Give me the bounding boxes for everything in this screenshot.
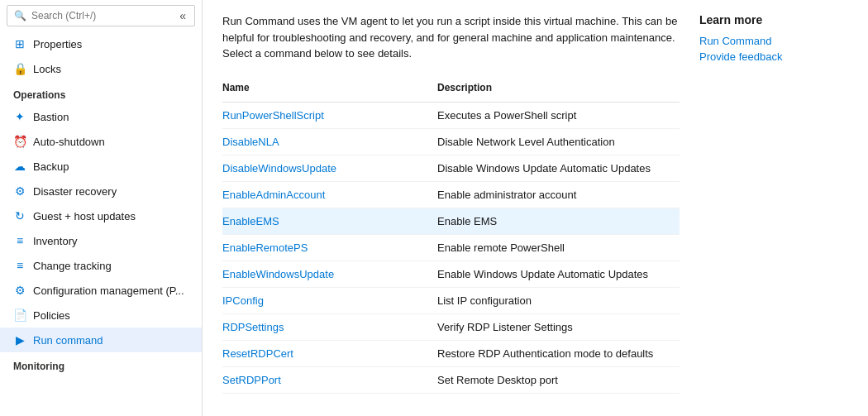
table-row[interactable]: EnableAdminAccount Enable administrator …: [222, 182, 680, 208]
sidebar-item-label: Configuration management (P...: [33, 285, 184, 297]
col-name-header: Name: [222, 79, 437, 97]
sidebar-item-locks[interactable]: 🔒 Locks: [0, 56, 202, 81]
sidebar-item-bastion[interactable]: ✦ Bastion: [0, 104, 202, 129]
disaster-recovery-icon: ⚙: [13, 184, 26, 198]
table-row[interactable]: DisableWindowsUpdate Disable Windows Upd…: [222, 155, 680, 182]
sidebar-item-policies[interactable]: 📄 Policies: [0, 303, 202, 328]
search-box[interactable]: 🔍 «: [7, 5, 195, 26]
sidebar-item-label: Inventory: [33, 235, 77, 247]
table-row[interactable]: ResetRDPCert Restore RDP Authentication …: [222, 341, 680, 367]
command-name: EnableEMS: [222, 208, 437, 234]
sidebar-item-label: Auto-shutdown: [33, 136, 105, 148]
section-header-monitoring: Monitoring: [0, 352, 202, 375]
bastion-icon: ✦: [13, 110, 26, 123]
table-row[interactable]: EnableWindowsUpdate Enable Windows Updat…: [222, 261, 680, 288]
policies-icon: 📄: [13, 308, 26, 322]
command-description: Enable remote PowerShell: [437, 235, 680, 261]
sidebar-item-inventory[interactable]: ≡ Inventory: [0, 228, 202, 253]
sidebar-item-label: Backup: [33, 160, 69, 173]
auto-shutdown-icon: ⏰: [13, 135, 26, 148]
right-panel: Learn more Run Command Provide feedback: [699, 13, 848, 403]
change-tracking-icon: ≡: [13, 259, 26, 272]
sidebar-item-label: Properties: [33, 38, 82, 50]
table-row[interactable]: DisableNLA Disable Network Level Authent…: [222, 129, 680, 155]
command-name: SetRDPPort: [222, 367, 437, 393]
sidebar-item-label: Bastion: [33, 111, 69, 123]
table-row[interactable]: RunPowerShellScript Executes a PowerShel…: [222, 103, 680, 129]
command-description: Set Remote Desktop port: [437, 367, 680, 393]
table-row[interactable]: EnableEMS Enable EMS: [222, 208, 680, 235]
command-name: DisableWindowsUpdate: [222, 155, 437, 181]
command-description: Disable Windows Update Automatic Updates: [437, 155, 680, 181]
command-description: Executes a PowerShell script: [437, 103, 680, 128]
command-description: Enable administrator account: [437, 182, 680, 208]
provide-feedback-link[interactable]: Provide feedback: [699, 50, 848, 63]
learn-more-title: Learn more: [699, 13, 848, 26]
section-header-operations: Operations: [0, 81, 202, 104]
sidebar-item-run-command[interactable]: ▶ Run command: [0, 328, 202, 352]
command-name: RDPSettings: [222, 314, 437, 340]
backup-icon: ☁: [13, 160, 26, 173]
run-command-icon: ▶: [13, 333, 26, 347]
sidebar-item-label: Locks: [33, 63, 61, 75]
sidebar-item-label: Policies: [33, 309, 70, 322]
sidebar-item-label: Change tracking: [33, 260, 112, 272]
description-text: Run Command uses the VM agent to let you…: [222, 13, 680, 62]
col-description-header: Description: [437, 79, 680, 97]
properties-icon: ⊞: [13, 37, 26, 50]
sidebar-item-guest-host-updates[interactable]: ↻ Guest + host updates: [0, 203, 202, 228]
command-name: EnableAdminAccount: [222, 182, 437, 208]
command-description: Disable Network Level Authentication: [437, 129, 680, 155]
main-content: Run Command uses the VM agent to let you…: [203, 0, 868, 416]
command-name: DisableNLA: [222, 129, 437, 155]
search-icon: 🔍: [14, 10, 26, 22]
table-header: Name Description: [222, 79, 680, 103]
table-row[interactable]: EnableRemotePS Enable remote PowerShell: [222, 235, 680, 261]
command-description: Enable EMS: [437, 208, 680, 234]
command-description: Verify RDP Listener Settings: [437, 314, 680, 340]
sidebar-item-auto-shutdown[interactable]: ⏰ Auto-shutdown: [0, 129, 202, 154]
command-description: Enable Windows Update Automatic Updates: [437, 261, 680, 287]
command-name: EnableRemotePS: [222, 235, 437, 261]
locks-icon: 🔒: [13, 62, 26, 75]
sidebar-item-label: Run command: [33, 334, 103, 347]
command-name: ResetRDPCert: [222, 341, 437, 366]
command-name: IPConfig: [222, 288, 437, 313]
configuration-management-icon: ⚙: [13, 284, 26, 297]
sidebar-item-backup[interactable]: ☁ Backup: [0, 154, 202, 179]
sidebar-item-configuration-management[interactable]: ⚙ Configuration management (P...: [0, 278, 202, 303]
table-body: RunPowerShellScript Executes a PowerShel…: [222, 103, 680, 394]
guest-host-updates-icon: ↻: [13, 209, 26, 222]
sidebar-item-properties[interactable]: ⊞ Properties: [0, 31, 202, 56]
sidebar-item-disaster-recovery[interactable]: ⚙ Disaster recovery: [0, 179, 202, 203]
command-name: RunPowerShellScript: [222, 103, 437, 128]
table-row[interactable]: IPConfig List IP configuration: [222, 288, 680, 314]
sidebar-item-label: Guest + host updates: [33, 210, 136, 222]
search-input[interactable]: [31, 10, 173, 22]
table-row[interactable]: RDPSettings Verify RDP Listener Settings: [222, 314, 680, 341]
left-panel: Run Command uses the VM agent to let you…: [222, 13, 680, 403]
command-description: List IP configuration: [437, 288, 680, 313]
command-name: EnableWindowsUpdate: [222, 261, 437, 287]
command-table: Name Description RunPowerShellScript Exe…: [222, 79, 680, 394]
collapse-button[interactable]: «: [178, 9, 188, 22]
run-command-link[interactable]: Run Command: [699, 35, 848, 47]
table-row[interactable]: SetRDPPort Set Remote Desktop port: [222, 367, 680, 394]
sidebar-item-label: Disaster recovery: [33, 185, 117, 198]
sidebar-item-change-tracking[interactable]: ≡ Change tracking: [0, 253, 202, 278]
inventory-icon: ≡: [13, 234, 26, 247]
command-description: Restore RDP Authentication mode to defau…: [437, 341, 680, 366]
